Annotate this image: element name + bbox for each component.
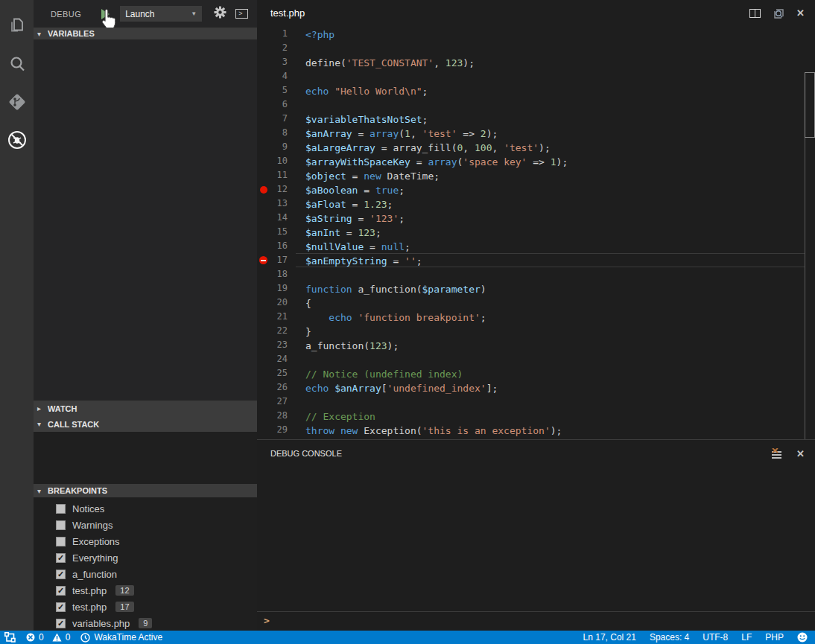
breakpoint-gutter[interactable] (257, 140, 270, 154)
breakpoint-icon[interactable] (257, 182, 270, 197)
breakpoint-gutter[interactable] (257, 380, 270, 395)
code-text[interactable]: $aFloat = 1.23; (296, 197, 805, 211)
code-text[interactable] (296, 352, 805, 366)
clear-console-icon[interactable] (771, 448, 783, 459)
breakpoint-gutter[interactable] (257, 211, 270, 225)
breakpoint-gutter[interactable] (257, 395, 270, 409)
breakpoints-section-header[interactable]: ▾ BREAKPOINTS (34, 484, 257, 497)
breakpoint-row[interactable]: ✓Everything (34, 549, 257, 566)
status-eol[interactable]: LF (741, 632, 752, 643)
code-text[interactable]: $object = new DateTime; (296, 168, 805, 182)
checkbox-checked[interactable]: ✓ (56, 570, 66, 579)
code-text[interactable]: $aString = '123'; (296, 211, 805, 225)
code-text[interactable]: $anEmptyString = ''; (296, 253, 805, 267)
breakpoint-row[interactable]: ✓test.php17 (34, 599, 257, 615)
breakpoint-gutter[interactable] (257, 55, 270, 69)
code-text[interactable]: echo $anArray['undefined_index']; (296, 380, 805, 395)
status-indentation[interactable]: Spaces: 4 (650, 632, 689, 643)
status-language-mode[interactable]: PHP (765, 632, 784, 643)
breakpoint-row[interactable]: Exceptions (34, 533, 257, 549)
code-text[interactable]: function a_function($parameter) (296, 281, 805, 296)
breakpoint-row[interactable]: Warnings (34, 517, 257, 533)
code-text[interactable]: $aLargeArray = array_fill(0, 100, 'test'… (296, 140, 805, 154)
wakatime-status[interactable]: WakaTime Active (80, 632, 162, 643)
code-text[interactable]: // Notice (undefined index) (296, 366, 805, 380)
breakpoint-gutter[interactable] (257, 197, 270, 211)
feedback-smiley-icon[interactable] (797, 632, 808, 643)
code-text[interactable]: { (296, 296, 805, 310)
breakpoint-gutter[interactable] (257, 352, 270, 366)
code-text[interactable]: $anInt = 123; (296, 225, 805, 239)
breakpoint-gutter[interactable] (257, 281, 270, 296)
code-text[interactable]: throw new Exception('this is an exceptio… (296, 423, 805, 437)
code-text[interactable]: $anArray = array(1, 'test' => 2); (296, 126, 805, 140)
code-text[interactable] (296, 41, 805, 55)
code-text[interactable]: define('TEST_CONSTANT', 123); (296, 55, 805, 69)
breakpoint-gutter[interactable] (257, 296, 270, 310)
breakpoint-gutter[interactable] (257, 423, 270, 437)
checkbox-checked[interactable]: ✓ (56, 619, 66, 628)
checkbox-unchecked[interactable] (56, 504, 66, 514)
split-editor-icon[interactable] (749, 9, 761, 18)
breakpoint-gutter[interactable] (257, 324, 270, 338)
code-text[interactable]: $nullValue = null; (296, 239, 805, 253)
breakpoint-gutter[interactable] (257, 69, 270, 83)
code-text[interactable]: echo "Hello World\n"; (296, 83, 805, 98)
breakpoint-gutter[interactable] (257, 409, 270, 423)
open-debug-console-icon[interactable]: > (235, 9, 248, 19)
breakpoint-gutter[interactable] (257, 310, 270, 324)
source-control-icon[interactable] (0, 83, 34, 121)
watch-section-header[interactable]: ▸ WATCH (34, 401, 257, 416)
checkbox-unchecked[interactable] (56, 537, 66, 546)
breakpoint-gutter[interactable] (257, 83, 270, 98)
explorer-icon[interactable] (0, 7, 34, 45)
start-debug-button[interactable] (101, 9, 110, 19)
call-stack-section-header[interactable]: ▾ CALL STACK (34, 416, 257, 432)
code-text[interactable]: $aBoolean = true; (296, 182, 805, 197)
code-text[interactable]: // Exception (296, 409, 805, 423)
checkbox-unchecked[interactable] (56, 520, 66, 530)
open-preview-icon[interactable] (773, 7, 784, 19)
code-text[interactable]: a_function(123); (296, 338, 805, 352)
status-encoding[interactable]: UTF-8 (703, 632, 728, 643)
code-text[interactable] (296, 395, 805, 409)
editor-scrollbar[interactable] (805, 72, 815, 439)
close-panel-icon[interactable]: ✕ (796, 448, 805, 459)
breakpoint-gutter[interactable] (257, 366, 270, 380)
checkbox-checked[interactable]: ✓ (56, 586, 66, 596)
code-text[interactable]: } (296, 324, 805, 338)
close-editor-icon[interactable]: ✕ (796, 7, 805, 19)
breakpoint-row[interactable]: ✓variables.php9 (34, 615, 257, 631)
code-text[interactable]: echo 'function breakpoint'; (296, 310, 805, 324)
code-text[interactable]: $variableThatsNotSet; (296, 112, 805, 126)
breakpoint-row[interactable]: ✓a_function (34, 566, 257, 582)
code-text[interactable]: <?php (296, 27, 805, 41)
configure-gear-icon[interactable] (214, 6, 226, 22)
breakpoint-gutter[interactable] (257, 225, 270, 239)
breakpoint-gutter[interactable] (257, 98, 270, 112)
breakpoint-gutter[interactable] (257, 267, 270, 281)
code-text[interactable] (296, 267, 805, 281)
debug-console-input[interactable]: > (257, 611, 815, 629)
breakpoint-gutter[interactable] (257, 27, 270, 41)
editor-tab-test-php[interactable]: test.php (270, 7, 305, 19)
code-text[interactable]: $arrayWithSpaceKey = array('space key' =… (296, 154, 805, 168)
breakpoint-gutter[interactable] (257, 239, 270, 253)
breakpoint-gutter[interactable] (257, 41, 270, 55)
search-icon[interactable] (0, 45, 34, 83)
breakpoint-gutter[interactable] (257, 126, 270, 140)
launch-config-dropdown[interactable]: Launch ▼ (120, 6, 202, 22)
code-text[interactable] (296, 98, 805, 112)
checkbox-checked[interactable]: ✓ (56, 602, 66, 612)
breakpoint-row[interactable]: ✓test.php12 (34, 582, 257, 599)
breakpoint-gutter[interactable] (257, 112, 270, 126)
code-text[interactable] (296, 69, 805, 83)
breakpoint-gutter[interactable] (257, 338, 270, 352)
variables-section-header[interactable]: ▾ VARIABLES (34, 28, 257, 39)
scrollbar-slider[interactable] (805, 72, 815, 138)
breakpoint-gutter[interactable] (257, 154, 270, 168)
debug-icon[interactable] (0, 121, 34, 159)
error-warning-indicator[interactable]: 0 0 (26, 632, 70, 643)
breakpoint-row[interactable]: Notices (34, 500, 257, 517)
breakpoint-disabled-icon[interactable] (257, 253, 270, 267)
